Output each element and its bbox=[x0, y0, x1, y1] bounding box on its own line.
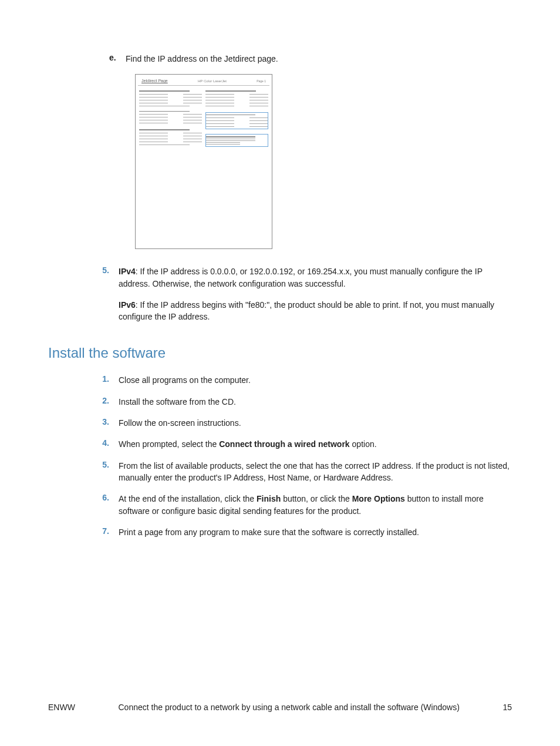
install-step-3: 3. Follow the on-screen instructions. bbox=[94, 417, 512, 429]
footer-right: 15 bbox=[502, 703, 512, 712]
install-step-2-marker: 2. bbox=[94, 396, 109, 408]
page-footer: ENWW Connect the product to a network by… bbox=[48, 703, 512, 712]
install-step-1-text: Close all programs on the computer. bbox=[119, 374, 251, 386]
jetdirect-page-num: Page 1 bbox=[257, 79, 266, 83]
install-step-4-text: When prompted, select the Connect throug… bbox=[119, 438, 377, 450]
s4-post: option. bbox=[350, 439, 377, 449]
jetdirect-title: Jetdirect Page bbox=[141, 79, 168, 83]
install-step-3-marker: 3. bbox=[94, 417, 109, 429]
install-step-4-marker: 4. bbox=[94, 438, 109, 450]
install-step-7-text: Print a page from any program to make su… bbox=[119, 526, 419, 538]
jetdirect-center: HP Color LaserJet bbox=[198, 79, 227, 83]
jetdirect-illustration: Jetdirect Page HP Color LaserJet Page 1 bbox=[135, 74, 512, 249]
install-step-1-marker: 1. bbox=[94, 374, 109, 386]
install-step-5: 5. From the list of available products, … bbox=[94, 460, 512, 484]
install-step-4: 4. When prompted, select the Connect thr… bbox=[94, 438, 512, 450]
step-5-ipv6: IPv6: If the IP address begins with "fe8… bbox=[119, 299, 512, 323]
install-step-1: 1. Close all programs on the computer. bbox=[94, 374, 512, 386]
install-step-2-text: Install the software from the CD. bbox=[119, 396, 236, 408]
install-step-7-marker: 7. bbox=[94, 526, 109, 538]
footer-left: ENWW bbox=[48, 703, 75, 712]
step-5-marker: 5. bbox=[94, 266, 109, 290]
section-heading: Install the software bbox=[48, 345, 512, 361]
install-step-5-marker: 5. bbox=[94, 460, 109, 484]
ipv6-text: : If the IP address begins with "fe80:",… bbox=[119, 300, 494, 321]
s6-b2: More Options bbox=[352, 494, 405, 503]
substep-e-marker: e. bbox=[109, 53, 126, 65]
footer-center: Connect the product to a network by usin… bbox=[86, 703, 492, 712]
ipv4-label: IPv4 bbox=[119, 267, 136, 276]
ipv6-label: IPv6 bbox=[119, 300, 136, 310]
s6-pre: At the end of the installation, click th… bbox=[119, 494, 257, 503]
s4-bold: Connect through a wired network bbox=[219, 439, 349, 449]
install-step-3-text: Follow the on-screen instructions. bbox=[119, 417, 241, 429]
step-5: 5. IPv4: If the IP address is 0.0.0.0, o… bbox=[94, 266, 512, 290]
install-step-5-text: From the list of available products, sel… bbox=[119, 460, 512, 484]
s6-b1: Finish bbox=[257, 494, 281, 503]
install-step-6-text: At the end of the installation, click th… bbox=[119, 493, 512, 517]
install-step-6: 6. At the end of the installation, click… bbox=[94, 493, 512, 517]
s6-mid: button, or click the bbox=[281, 494, 352, 503]
install-step-2: 2. Install the software from the CD. bbox=[94, 396, 512, 408]
substep-e-text: Find the IP address on the Jetdirect pag… bbox=[126, 53, 278, 65]
ipv4-text: : If the IP address is 0.0.0.0, or 192.0… bbox=[119, 267, 483, 288]
substep-e: e. Find the IP address on the Jetdirect … bbox=[109, 53, 512, 65]
s4-pre: When prompted, select the bbox=[119, 439, 219, 449]
install-step-7: 7. Print a page from any program to make… bbox=[94, 526, 512, 538]
step-5-ipv4: IPv4: If the IP address is 0.0.0.0, or 1… bbox=[119, 266, 512, 290]
install-step-6-marker: 6. bbox=[94, 493, 109, 517]
